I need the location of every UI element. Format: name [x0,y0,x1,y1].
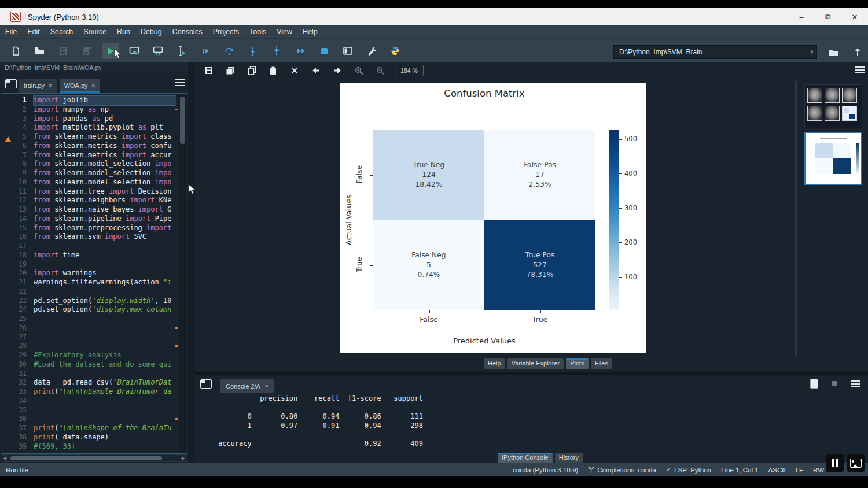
lsp-status[interactable]: ✓ LSP: Python [666,466,711,474]
code-line[interactable]: 11from sklearn.tree import Decision [1,187,176,197]
code-line[interactable]: 15from sklearn.preprocessing import [1,224,176,233]
menu-source[interactable]: Source [78,28,112,36]
scroll-left-icon[interactable]: ◀ [3,456,6,461]
console-inspect-icon[interactable] [810,379,818,389]
code-editor[interactable]: 1import joblib2import numpy as np3import… [1,93,187,454]
confusion-matrix-figure[interactable]: Confusion Matrix True Neg12418.42%False … [340,83,646,353]
code-line[interactable]: 24pd.set_option('display.max_column [1,305,176,315]
editor-tab-WOA.py[interactable]: WOA.py✕ [60,79,101,93]
code-line[interactable]: 8from sklearn.model_selection impo [1,160,176,169]
code-line[interactable]: 17 [1,242,176,251]
code-line[interactable]: 5from sklearn.metrics import class [1,132,176,142]
editor-horizontal-scrollbar[interactable]: ◀ ▶ [1,454,187,462]
code-line[interactable]: 2import numpy as np [1,105,176,114]
save-button[interactable] [55,43,71,59]
code-line[interactable]: 30#Load the dataset and do some qui [1,360,176,369]
code-line[interactable]: 9from sklearn.model_selection impo [1,169,176,178]
code-line[interactable]: 6from sklearn.metrics import confu [1,142,176,151]
run-cell-button[interactable] [126,43,142,59]
menu-view[interactable]: View [271,28,297,36]
pane-splitter[interactable] [188,62,195,463]
copy-plot-button[interactable] [244,64,259,77]
menu-run[interactable]: Run [112,28,135,36]
code-line[interactable]: 33print("\n\n\nSample BrainTumor da [1,387,176,397]
python-path-button[interactable] [387,43,403,59]
code-line[interactable]: 19 [1,260,176,269]
run-selection-button[interactable] [174,43,190,59]
browse-consoles-icon[interactable] [200,379,212,389]
code-line[interactable]: 16from sklearn.svm import SVC [1,232,176,242]
code-line[interactable]: 23pd.set_option('display.width', 10 [1,297,176,306]
menu-tools[interactable]: Tools [244,28,271,36]
code-line[interactable]: 29#Exploratory analysis [1,351,176,360]
plot-thumbnail-brain-samples[interactable] [804,84,862,128]
close-console-icon[interactable]: ✕ [264,383,269,389]
code-line[interactable]: 3import pandas as pd [1,114,176,124]
code-line[interactable]: 14from sklearn.pipeline import Pipe [1,215,176,224]
stop-button[interactable] [316,43,332,59]
chevron-down-icon[interactable]: ▼ [807,49,816,55]
menu-edit[interactable]: Edit [22,28,45,36]
minimize-button[interactable]: – [788,8,815,25]
code-line[interactable]: 28 [1,342,176,351]
code-line[interactable]: 20import warnings [1,269,176,278]
menu-consoles[interactable]: Consoles [167,28,208,36]
run-cell-advance-button[interactable] [150,43,166,59]
plot-thumbnail-confusion-matrix[interactable] [804,132,862,185]
save-all-button[interactable] [79,43,95,59]
new-file-button[interactable] [8,43,24,59]
code-line[interactable]: 7from sklearn.metrics import accur [1,151,176,160]
tab-ipython-console[interactable]: IPython Console [498,453,553,463]
code-line[interactable]: 18import time [1,251,176,260]
code-line[interactable]: 22 [1,287,176,297]
code-line[interactable]: 26 [1,324,176,333]
next-plot-button[interactable] [330,64,345,77]
step-out-button[interactable] [269,43,285,59]
code-line[interactable]: 13from sklearn.naive_bayes import G [1,205,176,215]
tab-history[interactable]: History [555,453,583,463]
code-line[interactable]: 10from sklearn.model_selection impo [1,178,176,187]
zoom-in-button[interactable] [351,64,366,77]
plots-options-icon[interactable] [855,66,865,73]
console-tab[interactable]: Console 2/A ✕ [220,379,274,393]
save-plot-button[interactable] [201,64,216,77]
plots-scrollbar[interactable] [795,81,797,356]
console-options-icon[interactable] [851,380,860,387]
overlay-screenshot-button[interactable] [847,454,865,472]
browse-tabs-icon[interactable] [5,79,17,88]
scrollbar-handle[interactable] [10,456,162,460]
close-button[interactable]: ✕ [841,8,868,25]
tab-help[interactable]: Help [484,358,505,369]
step-over-button[interactable] [221,43,237,59]
step-into-button[interactable] [245,43,261,59]
completions-status[interactable]: Completions: conda [588,467,656,474]
interpreter-status[interactable]: conda (Python 3.10.9) [513,467,578,474]
maximize-pane-button[interactable] [340,43,356,59]
restore-button[interactable]: ⧉ [815,8,841,25]
save-all-plots-button[interactable] [223,64,238,77]
working-directory-combo[interactable]: D:\Python_Imp\SVM_Brain ▼ [613,45,817,59]
code-line[interactable]: 34 [1,397,176,406]
tab-plots[interactable]: Plots [566,358,588,369]
remove-all-plots-button[interactable] [287,64,302,77]
zoom-out-button[interactable] [373,64,388,77]
code-line[interactable]: 25 [1,315,176,324]
menu-search[interactable]: Search [45,28,79,36]
code-line[interactable]: 21warnings.filterwarnings(action="i [1,278,176,287]
code-line[interactable]: 27 [1,333,176,342]
scroll-right-icon[interactable]: ▶ [182,456,185,461]
open-file-button[interactable] [31,43,47,59]
menu-help[interactable]: Help [297,28,323,36]
code-line[interactable]: 36 [1,415,176,424]
editor-vertical-scrollbar[interactable] [179,94,186,453]
continue-button[interactable] [292,43,308,59]
code-line[interactable]: 31 [1,369,176,379]
classification-report[interactable]: precision recall f1-score support 0 0.80… [201,394,423,449]
code-line[interactable]: 39#(569, 33) [1,442,176,452]
editor-options-icon[interactable] [175,79,185,86]
menu-file[interactable]: File [0,28,22,36]
debug-file-button[interactable] [197,43,214,59]
close-tab-icon[interactable]: ✕ [48,83,53,88]
remove-plot-button[interactable] [266,64,281,77]
previous-plot-button[interactable] [308,64,323,77]
